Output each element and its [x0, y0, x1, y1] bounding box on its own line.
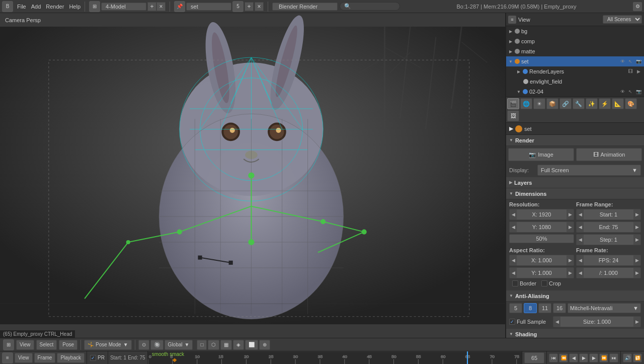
aa-sample-11[interactable]: 11 — [538, 303, 551, 313]
global-dropdown[interactable]: Global ▼ — [165, 340, 193, 350]
frame-step-dec[interactable]: ◀ — [577, 235, 584, 245]
view-mode-icon[interactable]: ⊞ — [3, 339, 14, 350]
mode-dropdown[interactable]: 🤸 Pose Mode ▼ — [84, 340, 132, 350]
timeline-ruler[interactable]: smooth smack 0 5 10 15 20 25 30 35 40 45… — [148, 351, 522, 364]
res-y-dec-btn[interactable]: ◀ — [510, 222, 517, 232]
res-x-dec-btn[interactable]: ◀ — [510, 209, 517, 220]
frame-end-field[interactable]: ◀ End: 75 ▶ — [576, 222, 641, 233]
aa-sample-5[interactable]: 5 — [509, 303, 522, 313]
tree-item-02-04[interactable]: ▼ 02-04 👁 ↖ 📷 — [506, 87, 644, 97]
frame-start-inc[interactable]: ▶ — [633, 209, 640, 220]
prop-render-tab[interactable]: 🎬 — [507, 98, 519, 109]
tree-item-envlight[interactable]: envlight_field — [506, 77, 644, 87]
prop-scene-tab[interactable]: 🌐 — [520, 98, 532, 109]
crop-check-item[interactable]: Crop — [541, 280, 561, 286]
prev-keyframe-btn[interactable]: ⏪ — [559, 353, 568, 362]
size-field[interactable]: ◀ Size: 1.000 ▶ — [553, 316, 641, 327]
audio-btn[interactable]: 🔊 — [623, 353, 632, 362]
play-btn[interactable]: ▶ — [579, 353, 588, 362]
section-dimensions[interactable]: ▼ Dimensions — [506, 188, 644, 199]
eye-icon-02[interactable]: 👁 — [619, 89, 626, 94]
frame-end-inc[interactable]: ▶ — [633, 222, 640, 232]
set-label[interactable]: set — [186, 3, 231, 11]
cursor-icon[interactable]: ↖ — [627, 59, 634, 64]
tree-item-comp[interactable]: ▶ comp — [506, 36, 644, 46]
frame-step-field[interactable]: ◀ Step: 1 ▶ — [576, 234, 641, 245]
section-layers[interactable]: ▶ Layers — [506, 177, 644, 188]
screen-remove-btn[interactable]: × — [156, 2, 166, 11]
frame-start-field[interactable]: ◀ Start: 1 ▶ — [576, 209, 641, 220]
aa-sample-16[interactable]: 16 — [553, 303, 566, 313]
full-sample-checkbox[interactable] — [509, 319, 515, 325]
prop-modifier-tab[interactable]: 🔧 — [573, 98, 585, 109]
jump-start-btn[interactable]: ⏮ — [549, 353, 558, 362]
border-check-item[interactable]: Border — [512, 280, 536, 286]
scene-add-btn[interactable]: + — [245, 2, 254, 11]
tree-item-set[interactable]: ▼ set 👁 ↖ 📷 — [506, 56, 644, 66]
icon-btn-2[interactable]: ⬡ — [208, 340, 219, 350]
fps-dec[interactable]: ◀ — [577, 255, 584, 265]
menu-file[interactable]: File — [17, 4, 26, 10]
animation-render-btn[interactable]: 🎞 Animation — [576, 148, 642, 161]
prev-frame-btn[interactable]: ◀ — [569, 353, 578, 362]
prop-material-tab[interactable]: 🎨 — [625, 98, 637, 109]
menu-render[interactable]: Render — [46, 4, 64, 10]
prop-physics-tab[interactable]: ⚡ — [599, 98, 611, 109]
prop-texture-tab[interactable]: 🖼 — [507, 110, 519, 121]
snap-btn[interactable]: 🔘 — [150, 340, 164, 350]
fps2-dec[interactable]: ◀ — [577, 268, 584, 278]
timeline-frame-btn[interactable]: Frame — [34, 353, 56, 363]
res-y-inc-btn[interactable]: ▶ — [567, 222, 574, 232]
prop-particles-tab[interactable]: ✨ — [586, 98, 598, 109]
menu-add[interactable]: Add — [31, 4, 41, 10]
res-x-inc-btn[interactable]: ▶ — [567, 209, 574, 220]
section-shading[interactable]: ▼ Shading — [506, 329, 644, 338]
loop-btn[interactable]: 🔁 — [633, 353, 642, 362]
aspect-x-field[interactable]: ◀ X: 1.000 ▶ — [509, 255, 574, 266]
pr-checkbox[interactable] — [90, 355, 96, 361]
size-inc[interactable]: ▶ — [633, 317, 640, 327]
frame-end-dec[interactable]: ◀ — [577, 222, 584, 232]
fps2-field[interactable]: ◀ /: 1.000 ▶ — [576, 267, 641, 278]
prop-data-tab[interactable]: 📐 — [612, 98, 624, 109]
blender-logo[interactable]: B — [2, 1, 13, 12]
cam-icon-02[interactable]: 📷 — [635, 89, 642, 94]
resolution-y-field[interactable]: ◀ Y: 1080 ▶ — [509, 222, 574, 233]
full-sample-check[interactable]: Full Sample — [509, 319, 546, 325]
scenes-dropdown[interactable]: All Scenes — [603, 15, 642, 24]
tree-item-bg[interactable]: ▶ bg — [506, 26, 644, 36]
fps-inc[interactable]: ▶ — [633, 255, 640, 265]
jump-end-btn[interactable]: ⏭ — [609, 353, 618, 362]
scene-remove-btn[interactable]: × — [255, 2, 264, 11]
aspect-y-inc[interactable]: ▶ — [567, 268, 574, 278]
render-icon[interactable]: 📷 — [635, 59, 642, 64]
current-frame-field[interactable]: 65 — [524, 352, 544, 363]
tree-item-renderlayers[interactable]: ▶ RenderLayers 🎞 ▶ — [506, 66, 644, 77]
current-frame-value[interactable]: 65 — [525, 355, 544, 361]
section-antialiasing[interactable]: ▼ Anti-Aliasing — [506, 290, 644, 302]
render-engine-dropdown[interactable]: Blender Render — [272, 3, 338, 11]
icon-btn-3[interactable]: ▦ — [220, 340, 232, 350]
prop-constraints-tab[interactable]: 🔗 — [559, 98, 572, 109]
icon-btn-6[interactable]: ⊕ — [259, 340, 270, 350]
view-menu-btn[interactable]: View — [16, 340, 34, 350]
viewport[interactable]: Camera Persp — [0, 13, 506, 338]
next-frame-btn[interactable]: ▶ — [589, 353, 598, 362]
size-dec[interactable]: ◀ — [553, 317, 560, 327]
tree-item-matte[interactable]: ▶ matte — [506, 46, 644, 56]
icon-btn-1[interactable]: □ — [197, 340, 207, 350]
pivot-btn[interactable]: ⊙ — [138, 340, 149, 350]
timeline-icon[interactable]: ≡ — [2, 352, 13, 363]
section-render[interactable]: ▼ Render — [506, 135, 644, 146]
rl-icon2[interactable]: ▶ — [635, 69, 642, 74]
prop-world-tab[interactable]: ☀ — [533, 98, 545, 109]
timeline-playback-btn[interactable]: Playback — [57, 353, 85, 363]
aspect-x-inc[interactable]: ▶ — [567, 255, 574, 265]
timeline-view-btn[interactable]: View — [15, 353, 33, 363]
eye-icon[interactable]: 👁 — [619, 59, 626, 64]
resolution-pct[interactable]: 50% — [509, 234, 574, 243]
icon-btn-5[interactable]: ⬜ — [245, 340, 258, 350]
aspect-y-dec[interactable]: ◀ — [510, 268, 517, 278]
frame-step-inc[interactable]: ▶ — [633, 235, 640, 245]
outliner-view-label[interactable]: View — [518, 17, 601, 23]
